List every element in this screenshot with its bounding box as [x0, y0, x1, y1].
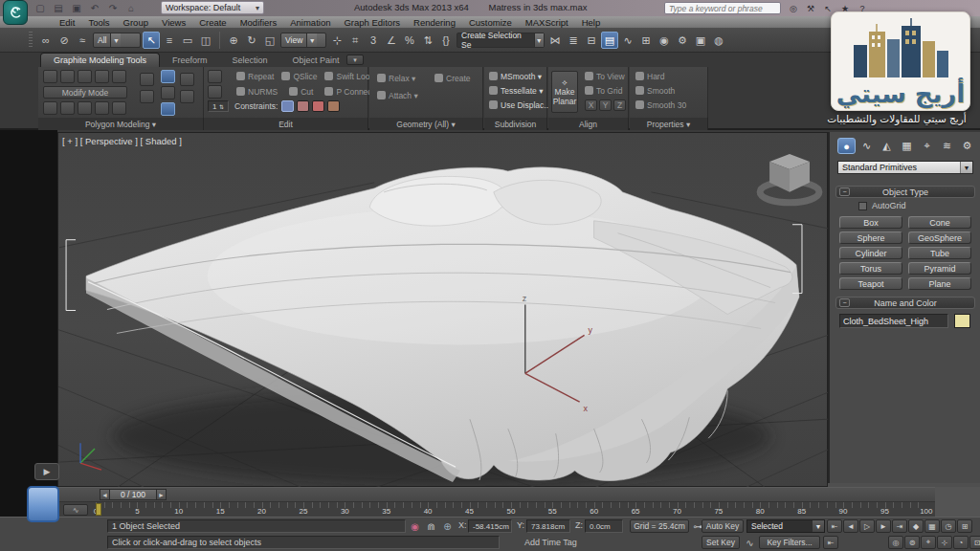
- go-to-start-button[interactable]: ⇤: [827, 519, 842, 533]
- pm-extra-button[interactable]: [180, 90, 194, 103]
- render-setup-icon[interactable]: ⚙: [674, 32, 691, 49]
- previous-key-arrow[interactable]: ◄: [100, 489, 110, 500]
- edit-row2-button[interactable]: P Connect: [323, 84, 376, 99]
- subdivision-panel-label[interactable]: Subdivision: [484, 118, 547, 130]
- select-and-manipulate-icon[interactable]: ⊹: [328, 32, 345, 49]
- open-file-icon[interactable]: ▤: [51, 1, 66, 14]
- align-axis-button[interactable]: Y: [599, 99, 612, 111]
- menu-item[interactable]: Help: [582, 17, 601, 28]
- zoom-extents-button[interactable]: ⌖: [921, 536, 936, 549]
- smoothing-button[interactable]: Smooth: [634, 83, 688, 98]
- align-to-view-button[interactable]: To View: [583, 69, 627, 83]
- constraint-edge-button[interactable]: [297, 100, 309, 112]
- subdivision-button[interactable]: Use Displac...: [487, 98, 552, 112]
- undo-icon[interactable]: ↶: [87, 1, 102, 14]
- edit-row1-button[interactable]: QSlice: [279, 69, 319, 83]
- constraint-face-button[interactable]: [312, 100, 324, 112]
- edit-panel-label[interactable]: Edit: [204, 118, 368, 130]
- menu-item[interactable]: Views: [162, 17, 186, 28]
- redo-icon[interactable]: ↷: [105, 1, 121, 14]
- edit-row1-button[interactable]: Swift Loop: [323, 69, 376, 83]
- modify-mode-button[interactable]: Modify Mode: [43, 86, 127, 99]
- create-key-button[interactable]: ◆: [908, 519, 924, 533]
- menu-item[interactable]: Customize: [469, 17, 512, 28]
- edit-spinner-field[interactable]: 1⇅: [208, 100, 229, 112]
- key-mode-toggle-button[interactable]: ▦: [924, 519, 940, 533]
- align-axis-button[interactable]: Z: [613, 99, 626, 111]
- view-cube[interactable]: [760, 154, 819, 203]
- object-name-field[interactable]: [839, 314, 948, 328]
- pm-toggle-button[interactable]: [161, 86, 175, 99]
- keyboard-shortcut-override-icon[interactable]: ⌗: [346, 32, 364, 49]
- snaps-toggle-icon[interactable]: 3: [365, 32, 382, 49]
- communication-center-icon[interactable]: ⚒: [804, 2, 817, 14]
- menu-item[interactable]: Modifiers: [240, 17, 278, 28]
- angle-snap-icon[interactable]: ∠: [383, 32, 400, 49]
- create-systems-icon[interactable]: ⚙: [958, 138, 976, 154]
- polygon-subobject-button[interactable]: [95, 70, 109, 83]
- edit-row1-button[interactable]: Repeat: [234, 69, 276, 83]
- render-production-icon[interactable]: ◍: [710, 32, 727, 49]
- graphite-ribbon-toggle-icon[interactable]: ▤: [601, 32, 618, 49]
- ribbon-minimize-button[interactable]: ▾: [346, 55, 364, 65]
- smoothing-button[interactable]: Smooth 30: [634, 98, 688, 112]
- object-type-button[interactable]: GeoSphere: [908, 231, 971, 244]
- key-filters-button[interactable]: Key Filters...: [759, 536, 820, 549]
- viewport-canvas[interactable]: z y x: [58, 133, 829, 488]
- mini-listener-button[interactable]: ⊞: [957, 519, 972, 533]
- edit-row2-button[interactable]: Cut: [287, 84, 315, 99]
- pm-toggle-button[interactable]: [161, 102, 175, 116]
- pm-tool-button[interactable]: [95, 101, 109, 115]
- name-color-rollout-header[interactable]: − Name and Color: [835, 297, 975, 309]
- maximize-viewport-button[interactable]: ⊡: [969, 536, 980, 549]
- select-and-move-icon[interactable]: ⊕: [225, 32, 242, 49]
- make-planar-button[interactable]: ⟡ Make Planar: [551, 71, 578, 113]
- named-selection-sets-dropdown[interactable]: Create Selection Se ▼: [457, 33, 545, 48]
- object-type-button[interactable]: Teapot: [839, 277, 902, 290]
- relax-button[interactable]: Relax ▾: [375, 71, 417, 85]
- object-type-button[interactable]: Pyramid: [908, 262, 971, 275]
- menu-item[interactable]: Graph Editors: [344, 17, 400, 28]
- object-type-button[interactable]: Cone: [908, 216, 971, 229]
- subdivision-button[interactable]: Tessellate ▾: [487, 83, 552, 98]
- zoom-all-button[interactable]: ⊚: [904, 536, 920, 549]
- create-cameras-icon[interactable]: ▦: [898, 138, 916, 154]
- z-coord-field[interactable]: 0.0cm: [585, 519, 623, 533]
- select-object-icon[interactable]: ↖: [143, 32, 160, 49]
- window-crossing-toggle-icon[interactable]: ◫: [197, 32, 214, 49]
- pm-toggle-button[interactable]: [161, 70, 175, 83]
- material-editor-icon[interactable]: ◉: [656, 32, 673, 49]
- pm-tool-button[interactable]: [60, 101, 75, 115]
- object-type-button[interactable]: Box: [839, 216, 902, 229]
- pm-stack-button[interactable]: [140, 73, 154, 86]
- align-axis-button[interactable]: X: [585, 99, 597, 111]
- object-color-swatch[interactable]: [954, 314, 970, 328]
- save-file-icon[interactable]: ▣: [69, 1, 84, 14]
- object-type-button[interactable]: Plane: [908, 277, 971, 290]
- pm-tool-button[interactable]: [43, 101, 57, 115]
- pm-extra-button[interactable]: [180, 73, 194, 86]
- layer-manager-icon[interactable]: ⊟: [583, 32, 600, 49]
- create-spacewarps-icon[interactable]: ≋: [938, 138, 956, 154]
- rectangular-selection-region-icon[interactable]: ▭: [179, 32, 196, 49]
- isolate-selection-icon[interactable]: ◉: [408, 519, 422, 533]
- menu-item[interactable]: Create: [199, 17, 227, 28]
- mirror-icon[interactable]: ⋈: [546, 32, 564, 49]
- edit-named-selection-sets-icon[interactable]: {}: [437, 32, 455, 49]
- selection-lock-icon[interactable]: ⋒: [424, 519, 438, 533]
- properties-panel-label[interactable]: Properties ▾: [630, 118, 708, 130]
- autogrid-checkbox-row[interactable]: AutoGrid: [858, 201, 906, 210]
- go-to-end-button[interactable]: ⇥: [892, 519, 907, 533]
- rendered-frame-window-icon[interactable]: ▣: [692, 32, 709, 49]
- schematic-view-icon[interactable]: ⊞: [637, 32, 655, 49]
- auto-key-button[interactable]: Auto Key: [702, 519, 744, 533]
- toolbar-drag-handle[interactable]: [29, 32, 33, 49]
- workspace-selector[interactable]: Workspace: Default ▾: [161, 1, 264, 14]
- x-coord-field[interactable]: -58.415cm: [468, 519, 512, 533]
- object-type-button[interactable]: Tube: [908, 247, 971, 259]
- spinner-arrows-icon[interactable]: ⇅: [219, 103, 224, 110]
- align-icon[interactable]: ≣: [565, 32, 582, 49]
- pan-button[interactable]: ⊹: [937, 536, 952, 549]
- pm-tool-button[interactable]: [78, 101, 92, 115]
- zoom-button[interactable]: ◎: [888, 536, 903, 549]
